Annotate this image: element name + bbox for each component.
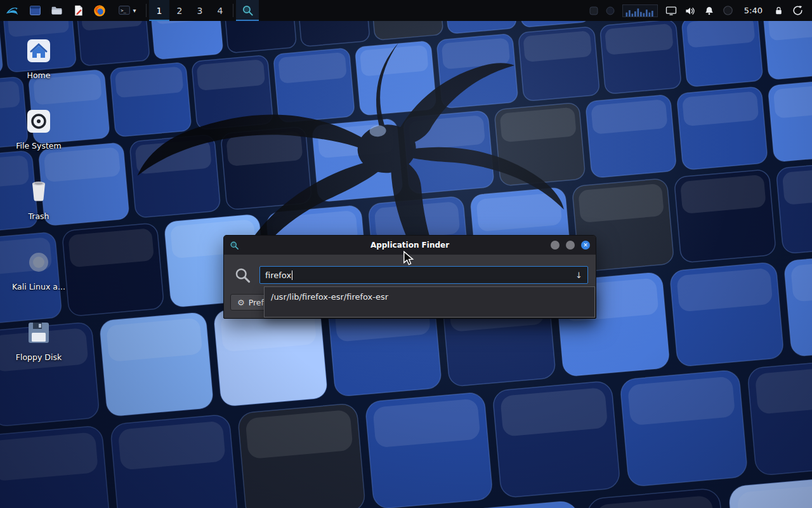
- panel-separator: [146, 4, 147, 17]
- bell-icon: [704, 5, 715, 17]
- workspace-label: 2: [177, 6, 183, 16]
- desktop-icon-label: File System: [16, 141, 62, 150]
- desktop-icon-label: Home: [27, 70, 51, 80]
- desktop: Home File System Trash Kali Linux a...: [0, 0, 812, 508]
- workspace-label: 3: [197, 6, 203, 16]
- floppy-disk-icon: [23, 318, 54, 348]
- taskbar-application-finder[interactable]: [236, 0, 259, 21]
- gear-icon: ⚙: [237, 298, 245, 307]
- launcher-firefox[interactable]: [89, 0, 110, 21]
- panel-right-cluster: 5:40: [586, 0, 812, 21]
- window-title: Application Finder: [224, 241, 596, 250]
- kali-logo-icon: [5, 3, 20, 18]
- desktop-icons: Home File System Trash Kali Linux a...: [10, 36, 67, 362]
- workspace-button-1[interactable]: 1: [149, 0, 169, 21]
- desktop-icon-label: Trash: [28, 211, 49, 221]
- completion-popup: /usr/lib/firefox-esr/firefox-esr: [264, 286, 595, 318]
- file-system-icon: [23, 106, 54, 137]
- combo-down-arrow-icon[interactable]: ↓: [575, 271, 582, 280]
- minimize-button[interactable]: [551, 241, 560, 250]
- search-icon: [234, 267, 251, 284]
- workspace-button-2[interactable]: 2: [169, 0, 190, 21]
- window-app-icon: [29, 4, 42, 17]
- lock-icon: [773, 5, 784, 16]
- trash-icon: [23, 177, 54, 207]
- chevron-down-icon[interactable]: ▾: [133, 8, 136, 14]
- launcher-terminal[interactable]: >_ ▾: [110, 0, 143, 21]
- file-manager-icon: [50, 4, 63, 17]
- close-icon: ✕: [583, 243, 588, 248]
- status-indicator[interactable]: [719, 0, 738, 21]
- workspace-button-3[interactable]: 3: [190, 0, 210, 21]
- text-editor-icon: [72, 4, 85, 17]
- workspace-label: 1: [157, 6, 162, 16]
- tray-icon-2[interactable]: [602, 0, 619, 21]
- workspace-label: 4: [218, 6, 223, 16]
- desktop-icon-trash[interactable]: Trash: [10, 177, 67, 221]
- clock[interactable]: 5:40: [738, 6, 769, 15]
- dark-circle-icon: [722, 4, 734, 17]
- launcher-text-editor[interactable]: [67, 0, 89, 21]
- kali-docs-icon: [23, 247, 54, 277]
- launcher-window-app[interactable]: [24, 0, 46, 21]
- applications-menu-button[interactable]: [0, 0, 24, 21]
- firefox-icon: [93, 4, 107, 18]
- desktop-icon-label: Floppy Disk: [16, 352, 62, 362]
- application-finder-icon: [230, 241, 239, 250]
- desktop-icon-label: Kali Linux a...: [12, 282, 65, 291]
- speaker-icon: [684, 4, 697, 17]
- window-controls: ✕: [551, 241, 590, 250]
- lock-indicator[interactable]: [769, 0, 788, 21]
- desktop-icon-file-system[interactable]: File System: [10, 106, 67, 150]
- tray-app-icon: [589, 6, 599, 16]
- panel-separator: [233, 4, 233, 17]
- display-indicator[interactable]: [662, 0, 681, 21]
- maximize-button[interactable]: [566, 241, 575, 250]
- terminal-icon: >_: [117, 4, 131, 17]
- text-caret: [292, 271, 292, 280]
- launcher-file-manager[interactable]: [46, 0, 67, 21]
- desktop-icon-floppy-disk[interactable]: Floppy Disk: [10, 318, 67, 362]
- home-icon: [23, 36, 54, 66]
- search-input[interactable]: firefox ↓: [259, 266, 588, 284]
- desktop-icon-kali-linux[interactable]: Kali Linux a...: [10, 247, 67, 291]
- finder-titlebar[interactable]: Application Finder ✕: [224, 236, 596, 255]
- completion-item[interactable]: /usr/lib/firefox-esr/firefox-esr: [265, 287, 594, 307]
- svg-text:>_: >_: [121, 8, 127, 13]
- cpu-graph[interactable]: [622, 4, 658, 17]
- search-input-value: firefox: [265, 271, 291, 280]
- tray-app-icon: [605, 6, 615, 16]
- session-logout-button[interactable]: [788, 0, 807, 21]
- volume-indicator[interactable]: [681, 0, 700, 21]
- workspace-button-4[interactable]: 4: [210, 0, 230, 21]
- notifications-indicator[interactable]: [700, 0, 719, 21]
- display-icon: [665, 4, 678, 17]
- tray-icon-1[interactable]: [586, 0, 602, 21]
- close-button[interactable]: ✕: [581, 241, 590, 250]
- application-finder-task-icon: [242, 4, 254, 17]
- search-row: firefox ↓: [224, 255, 596, 284]
- top-panel: >_ ▾ 1 2 3 4: [0, 0, 812, 21]
- logout-icon: [792, 4, 804, 17]
- desktop-icon-home[interactable]: Home: [10, 36, 67, 80]
